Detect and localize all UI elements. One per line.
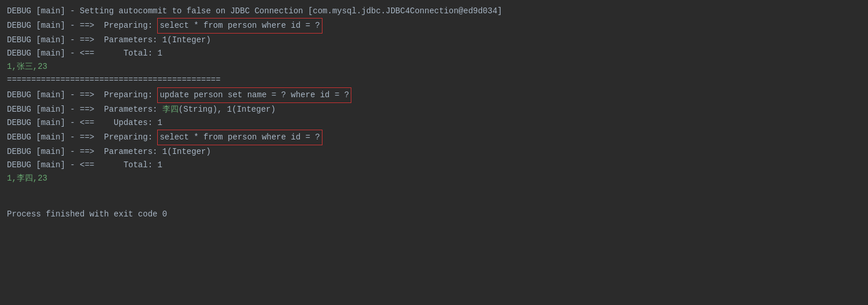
log-line-12: DEBUG [main] - <== Total: 1: [7, 159, 861, 172]
log-line-2: DEBUG [main] - ==> Preparing: select * f…: [7, 18, 861, 34]
log-prefix-10: DEBUG [main] - ==> Preparing:: [7, 131, 157, 144]
log-text-12: DEBUG [main] - <== Total: 1: [7, 159, 162, 172]
log-text-4: DEBUG [main] - <== Total: 1: [7, 47, 162, 60]
log-line-11: DEBUG [main] - ==> Parameters: 1(Integer…: [7, 145, 861, 159]
log-line-separator: ========================================…: [7, 74, 861, 87]
log-line-1: DEBUG [main] - Setting autocommit to fal…: [7, 5, 861, 18]
empty-line: [7, 185, 12, 199]
log-prefix-7: DEBUG [main] - ==> Preparing:: [7, 89, 157, 102]
log-line-9: DEBUG [main] - <== Updates: 1: [7, 116, 861, 130]
sql-highlight-1: select * from person where id = ?: [157, 18, 322, 34]
result-text-1: 1,张三,23: [7, 60, 47, 74]
log-line-3: DEBUG [main] - ==> Parameters: 1(Integer…: [7, 34, 861, 47]
log-line-5: 1,张三,23: [7, 60, 861, 74]
exit-text: Process finished with exit code 0: [7, 208, 167, 221]
log-text-11: DEBUG [main] - ==> Parameters: 1(Integer…: [7, 145, 211, 159]
log-prefix-8: DEBUG [main] - ==> Parameters:: [7, 103, 162, 116]
log-line-exit: Process finished with exit code 0: [7, 208, 861, 221]
log-line-8: DEBUG [main] - ==> Parameters: 李四(String…: [7, 103, 861, 116]
sql-highlight-3: select * from person where id = ?: [157, 130, 322, 145]
log-prefix-2: DEBUG [main] - ==> Preparing:: [7, 19, 157, 32]
log-text-3: DEBUG [main] - ==> Parameters: 1(Integer…: [7, 34, 211, 47]
log-suffix-8: (String), 1(Integer): [179, 103, 276, 116]
separator-text: ========================================…: [7, 74, 221, 87]
log-text-9: DEBUG [main] - <== Updates: 1: [7, 116, 162, 130]
log-line-4: DEBUG [main] - <== Total: 1: [7, 47, 861, 60]
log-line-13: 1,李四,23: [7, 172, 861, 185]
console-output: DEBUG [main] - Setting autocommit to fal…: [7, 5, 861, 221]
result-text-2: 1,李四,23: [7, 172, 47, 185]
log-text-1: DEBUG [main] - Setting autocommit to fal…: [7, 5, 502, 18]
log-line-empty: [7, 185, 861, 199]
sql-highlight-2: update person set name = ? where id = ?: [157, 87, 351, 103]
log-line-10: DEBUG [main] - ==> Preparing: select * f…: [7, 130, 861, 145]
chinese-param: 李四: [162, 103, 179, 116]
log-line-7: DEBUG [main] - ==> Preparing: update per…: [7, 87, 861, 103]
